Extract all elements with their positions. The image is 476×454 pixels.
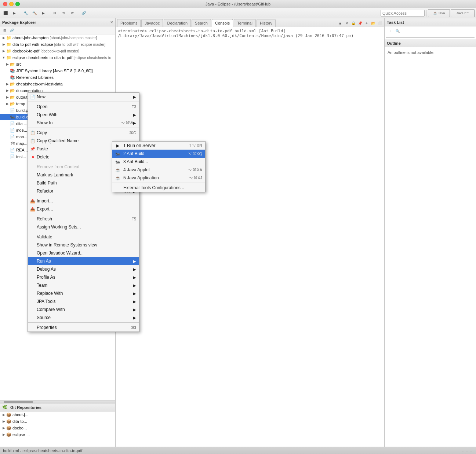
menu-open-javadoc[interactable]: Open Javadoc Wizard... bbox=[28, 249, 139, 257]
menu-compare-with[interactable]: Compare With ▶ bbox=[28, 305, 139, 314]
tree-item-reflib[interactable]: 📚 Referenced Libraries bbox=[0, 74, 115, 81]
panel-close-button[interactable]: ✕ bbox=[110, 20, 113, 24]
project-icon-eclipse-dita: 📁 bbox=[6, 55, 12, 61]
ext-tools-label: External Tools Configurations... bbox=[123, 185, 184, 190]
clear-console-button[interactable]: ✕ bbox=[344, 20, 350, 26]
window-controls[interactable] bbox=[3, 2, 20, 6]
about-john-label: about-john-bampton [about-john-bampton m… bbox=[12, 36, 97, 40]
map-label: map... bbox=[16, 141, 28, 146]
cheatsheets-label: cheatsheets-xml-test-data bbox=[16, 82, 63, 86]
link-editor-button[interactable]: 🔗 bbox=[8, 27, 15, 34]
menu-show-remote[interactable]: Show in Remote Systems view bbox=[28, 241, 139, 249]
toolbar-btn-1[interactable]: ⬛ bbox=[1, 9, 10, 17]
task-list-title: Task List bbox=[387, 20, 404, 25]
task-new-button[interactable]: + bbox=[387, 28, 393, 34]
toolbar-btn-9[interactable]: 🔗 bbox=[80, 9, 88, 17]
menu-properties[interactable]: Properties ⌘I bbox=[28, 323, 139, 332]
minimize-button[interactable] bbox=[9, 2, 14, 6]
tab-console[interactable]: Console bbox=[212, 19, 233, 27]
menu-validate[interactable]: Validate bbox=[28, 233, 139, 241]
close-button[interactable] bbox=[3, 2, 7, 6]
tree-item-jre[interactable]: 📚 JRE System Library [Java SE 8 [1.8.0_6… bbox=[0, 67, 115, 74]
git-dita-label: dita-to... bbox=[12, 419, 27, 424]
readme-label: REA... bbox=[16, 148, 28, 152]
tab-problems[interactable]: Problems bbox=[117, 19, 141, 27]
git-repositories-title: Git Repositories bbox=[10, 405, 41, 410]
new-icon: 📄 bbox=[30, 94, 36, 100]
git-item-docbo[interactable]: ▶ 📦 docbo... bbox=[0, 425, 115, 431]
menu-profile-as[interactable]: Profile As ▶ bbox=[28, 273, 139, 281]
maximize-button[interactable] bbox=[15, 2, 20, 6]
show-in-shortcut: ⌥⌘W bbox=[121, 121, 133, 125]
menu-refresh[interactable]: Refresh F5 bbox=[28, 215, 139, 223]
menu-team[interactable]: Team ▶ bbox=[28, 281, 139, 289]
toolbar-sep-2 bbox=[49, 10, 49, 17]
remove-ctx-icon bbox=[30, 164, 36, 170]
menu-debug-as[interactable]: Debug As ▶ bbox=[28, 265, 139, 273]
menu-jpa-tools[interactable]: JPA Tools ▶ bbox=[28, 297, 139, 305]
tab-history[interactable]: History bbox=[257, 19, 276, 27]
folder-icon-cheatsheets: 📂 bbox=[10, 81, 15, 87]
tree-item-cheatsheets[interactable]: ▶ 📂 cheatsheets-xml-test-data bbox=[0, 81, 115, 87]
menu-assign-ws[interactable]: Assign Working Sets... bbox=[28, 223, 139, 231]
toolbar-btn-5[interactable]: ▶ bbox=[39, 9, 47, 17]
ant-build-shortcut: ⌥⌘XQ bbox=[188, 151, 202, 156]
toolbar-btn-6[interactable]: ⚙ bbox=[51, 9, 59, 17]
file-icon-buildprops: 📄 bbox=[10, 107, 15, 113]
quick-access-input[interactable] bbox=[381, 10, 425, 17]
git-item-dita[interactable]: ▶ 📦 dita-to... bbox=[0, 418, 115, 425]
toolbar-btn-4[interactable]: 🔨 bbox=[30, 9, 39, 17]
perspective-java[interactable]: ☕ Java bbox=[428, 9, 450, 17]
menu-import[interactable]: 📥 Import... bbox=[28, 197, 139, 205]
tree-item-docbook[interactable]: ▶ 📁 docbook-to-pdf [docbook-to-pdf maste… bbox=[0, 48, 115, 54]
menu-open[interactable]: Open F3 bbox=[28, 103, 139, 111]
tree-item-dita-pdf[interactable]: ▶ 📁 dita-to-pdf-with-eclipse [dita-to-pd… bbox=[0, 41, 115, 48]
tab-declaration[interactable]: Declaration bbox=[164, 19, 191, 27]
toolbar-btn-7[interactable]: ⟲ bbox=[59, 9, 68, 17]
run-on-server-label: 1 Run on Server bbox=[123, 143, 155, 148]
menu-show-in[interactable]: Show In ⌥⌘W ▶ bbox=[28, 119, 139, 127]
toolbar-btn-8[interactable]: ⟳ bbox=[68, 9, 76, 17]
menu-replace-with[interactable]: Replace With ▶ bbox=[28, 289, 139, 297]
submenu-java-applet[interactable]: ☕ 4 Java Applet ⌥⌘XA bbox=[112, 166, 205, 174]
expander-temp: ▶ bbox=[5, 102, 10, 106]
refresh-shortcut: F5 bbox=[131, 217, 136, 221]
project-icon-docbook: 📁 bbox=[6, 48, 12, 54]
menu-new[interactable]: 📄 New ▶ bbox=[28, 93, 139, 101]
submenu-ext-tools[interactable]: External Tools Configurations... bbox=[112, 184, 205, 192]
git-item-about[interactable]: ▶ 📦 about-j... bbox=[0, 411, 115, 418]
tree-item-src[interactable]: ▶ 📂 src bbox=[0, 61, 115, 67]
git-item-eclipse[interactable]: ▶ 📦 eclipse-... bbox=[0, 431, 115, 438]
copy-icon: 📋 bbox=[30, 130, 36, 136]
console-pin-button[interactable]: 📌 bbox=[357, 20, 363, 26]
submenu-java-application[interactable]: ☕ 5 Java Application ⌥⌘XJ bbox=[112, 174, 205, 182]
terminate-button[interactable]: ■ bbox=[337, 20, 343, 26]
perspective-javaee[interactable]: Java EE bbox=[451, 9, 475, 17]
menu-copy[interactable]: 📋 Copy ⌘C bbox=[28, 129, 139, 137]
status-text: build.xml - eclipse-cheatsheets-to-dita-… bbox=[3, 448, 82, 453]
menu-export[interactable]: 📤 Export... bbox=[28, 205, 139, 213]
tree-item-about-john[interactable]: ▶ 📁 about-john-bampton [about-john-bampt… bbox=[0, 34, 115, 41]
console-open-file-button[interactable]: 📂 bbox=[370, 20, 376, 26]
submenu-ant-build[interactable]: 🐜 2 Ant Build ⌥⌘XQ bbox=[112, 150, 205, 158]
folder-icon-src: 📂 bbox=[10, 61, 15, 67]
console-maximize-button[interactable]: ⬜ bbox=[377, 20, 383, 26]
scroll-lock-button[interactable]: 🔒 bbox=[350, 20, 356, 26]
console-terminated-text: <terminated> eclipse-cheatsheets-to-dita… bbox=[118, 29, 353, 38]
outline-empty-message: An outline is not available. bbox=[385, 47, 476, 58]
menu-open-with[interactable]: Open With ▶ bbox=[28, 111, 139, 119]
submenu-ant-build-dots[interactable]: 🐜 3 Ant Build... bbox=[112, 158, 205, 166]
menu-run-as[interactable]: Run As ▶ bbox=[28, 257, 139, 265]
tab-javadoc[interactable]: Javadoc bbox=[141, 19, 163, 27]
task-filter-button[interactable]: 🔍 bbox=[394, 28, 401, 34]
submenu-run-on-server[interactable]: ▶ 1 Run on Server ⇧⌥XR bbox=[112, 142, 205, 150]
tab-search[interactable]: Search bbox=[192, 19, 211, 27]
ant-build-dots-label: 3 Ant Build... bbox=[123, 159, 148, 164]
tab-terminal[interactable]: Terminal bbox=[234, 19, 256, 27]
tree-item-eclipse-dita[interactable]: ▼ 📁 eclipse-cheatsheets-to-dita-to-pdf [… bbox=[0, 54, 115, 61]
menu-source[interactable]: Source ▶ bbox=[28, 314, 139, 322]
collapse-all-button[interactable]: ⊟ bbox=[1, 27, 8, 34]
toolbar-btn-3[interactable]: 🔧 bbox=[22, 9, 30, 17]
console-new-button[interactable]: + bbox=[364, 20, 370, 26]
toolbar-btn-2[interactable]: ▶ bbox=[10, 9, 18, 17]
